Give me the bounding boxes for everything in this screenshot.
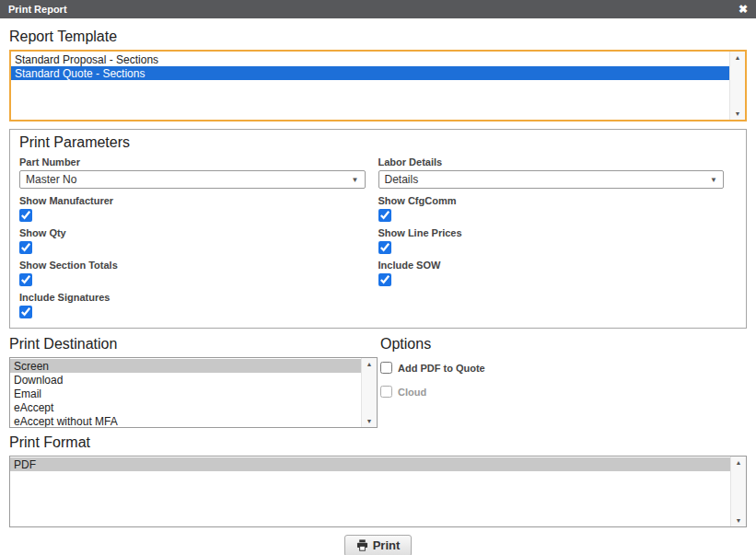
print-format-items: PDF	[10, 457, 730, 526]
cloud-field: Cloud	[380, 386, 747, 398]
print-button[interactable]: Print	[344, 535, 413, 555]
options-heading: Options	[380, 336, 747, 353]
show-line-prices-checkbox[interactable]	[378, 241, 391, 254]
list-item[interactable]: eAccept	[10, 400, 361, 414]
print-format-heading: Print Format	[9, 434, 747, 451]
part-number-select[interactable]: Master No ▼	[19, 170, 366, 189]
dialog-title: Print Report	[8, 4, 67, 15]
scrollbar[interactable]: ▲ ▼	[729, 52, 745, 120]
options-column: Options Add PDF to Quote Cloud	[378, 330, 747, 428]
print-button-label: Print	[373, 538, 401, 552]
destination-options-row: Print Destination Screen Download Email …	[9, 330, 747, 428]
scroll-down-icon[interactable]: ▼	[736, 517, 742, 524]
list-item[interactable]: Download	[10, 373, 361, 387]
scrollbar[interactable]: ▲ ▼	[361, 358, 377, 427]
part-number-label: Part Number	[19, 156, 366, 168]
list-item[interactable]: eAccept without MFA	[10, 414, 361, 427]
scroll-up-icon[interactable]: ▲	[735, 54, 741, 61]
cloud-checkbox[interactable]	[380, 386, 392, 398]
print-destination-items: Screen Download Email eAccept eAccept wi…	[10, 358, 361, 427]
labor-details-value: Details	[385, 173, 419, 186]
show-qty-label: Show Qty	[19, 227, 366, 238]
show-section-totals-checkbox[interactable]	[19, 273, 32, 286]
parameters-right-column: Labor Details Details ▼ Show CfgComm Sho…	[378, 156, 738, 324]
printer-icon	[356, 539, 368, 551]
show-manufacturer-checkbox[interactable]	[19, 209, 32, 222]
print-parameters-heading: Print Parameters	[19, 134, 737, 151]
close-icon[interactable]: ✖	[739, 4, 748, 15]
show-section-totals-field: Show Section Totals	[19, 260, 366, 286]
chevron-down-icon: ▼	[352, 176, 359, 184]
show-cfgcomm-checkbox[interactable]	[378, 209, 391, 222]
include-sow-checkbox[interactable]	[378, 273, 391, 286]
add-pdf-to-quote-label: Add PDF to Quote	[398, 363, 485, 374]
print-destination-column: Print Destination Screen Download Email …	[9, 330, 378, 428]
scroll-down-icon[interactable]: ▼	[366, 418, 373, 424]
list-item[interactable]: Screen	[10, 359, 361, 373]
print-destination-listbox[interactable]: Screen Download Email eAccept eAccept wi…	[9, 357, 378, 428]
labor-details-label: Labor Details	[378, 156, 725, 168]
show-qty-checkbox[interactable]	[19, 241, 32, 254]
show-manufacturer-field: Show Manufacturer	[19, 195, 366, 222]
include-sow-field: Include SOW	[378, 260, 725, 286]
part-number-value: Master No	[26, 173, 76, 186]
include-signatures-field: Include Signatures	[19, 292, 366, 318]
show-line-prices-label: Show Line Prices	[378, 227, 725, 238]
chevron-down-icon: ▼	[710, 176, 717, 184]
scrollbar[interactable]: ▲ ▼	[730, 457, 746, 526]
print-report-dialog: Print Report ✖ Report Template Standard …	[0, 0, 756, 555]
show-cfgcomm-field: Show CfgComm	[378, 195, 725, 222]
show-section-totals-label: Show Section Totals	[19, 260, 366, 271]
include-sow-label: Include SOW	[378, 260, 725, 271]
scroll-down-icon[interactable]: ▼	[735, 110, 741, 117]
include-signatures-checkbox[interactable]	[19, 306, 32, 318]
parameters-left-column: Part Number Master No ▼ Show Manufacture…	[19, 156, 378, 324]
report-template-listbox[interactable]: Standard Proposal - Sections Standard Qu…	[9, 50, 747, 121]
print-format-listbox[interactable]: PDF ▲ ▼	[9, 456, 747, 527]
include-signatures-label: Include Signatures	[19, 292, 366, 303]
add-pdf-to-quote-checkbox[interactable]	[380, 362, 392, 374]
scroll-up-icon[interactable]: ▲	[366, 361, 373, 367]
show-manufacturer-label: Show Manufacturer	[19, 195, 366, 206]
dialog-footer: Print	[9, 527, 747, 555]
list-item[interactable]: Email	[10, 387, 361, 400]
list-item[interactable]: Standard Quote - Sections	[11, 66, 729, 80]
show-cfgcomm-label: Show CfgComm	[378, 195, 725, 206]
print-destination-heading: Print Destination	[9, 336, 378, 353]
add-pdf-to-quote-field: Add PDF to Quote	[380, 362, 747, 374]
print-parameters-box: Print Parameters Part Number Master No ▼…	[9, 129, 747, 329]
print-parameters-grid: Part Number Master No ▼ Show Manufacture…	[19, 156, 737, 324]
dialog-body: Report Template Standard Proposal - Sect…	[0, 18, 756, 555]
report-template-heading: Report Template	[9, 29, 747, 45]
list-item[interactable]: PDF	[10, 457, 730, 471]
list-item[interactable]: Standard Proposal - Sections	[11, 52, 729, 66]
show-qty-field: Show Qty	[19, 227, 366, 254]
report-template-items: Standard Proposal - Sections Standard Qu…	[11, 52, 729, 120]
cloud-label: Cloud	[398, 387, 426, 398]
labor-details-select[interactable]: Details ▼	[378, 170, 725, 189]
show-line-prices-field: Show Line Prices	[378, 227, 725, 254]
dialog-titlebar: Print Report ✖	[0, 0, 756, 18]
scroll-up-icon[interactable]: ▲	[736, 459, 742, 466]
